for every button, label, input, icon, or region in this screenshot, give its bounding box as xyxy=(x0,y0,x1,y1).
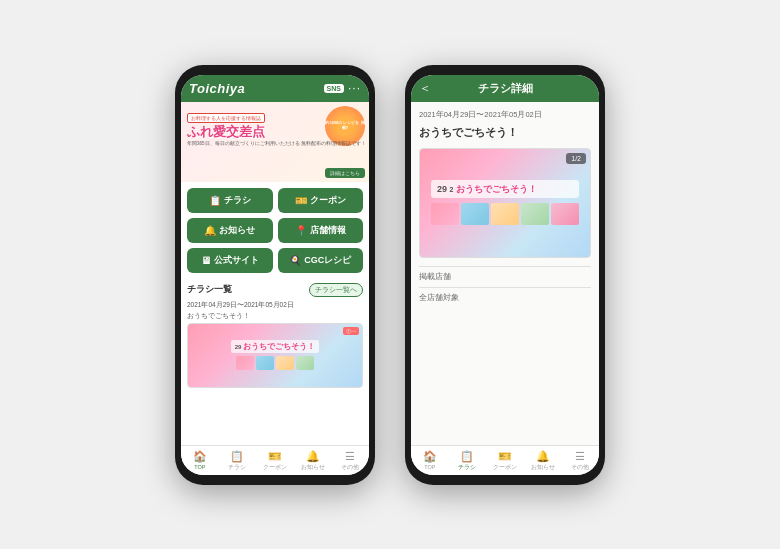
right-phone-shell: ＜ チラシ詳細 2021年04月29日〜2021年05月02日 おうちでごちそう… xyxy=(405,65,605,485)
detail-img-content: 29 2 おうちでごちそう！ xyxy=(431,180,579,225)
right-nav-notice-label: お知らせ xyxy=(531,464,555,471)
app-header: Toichiya SNS ··· xyxy=(181,75,369,102)
page-indicator: 1/2 xyxy=(566,153,586,164)
section-header: チラシ一覧 チラシ一覧へ xyxy=(187,283,363,297)
right-nav-other-label: その他 xyxy=(571,464,589,471)
nav-other-label: その他 xyxy=(341,464,359,471)
nav-notice-icon: 🔔 xyxy=(306,450,320,463)
right-chirashi-icon: 📋 xyxy=(460,450,474,463)
notice-label: お知らせ xyxy=(219,224,255,237)
right-phone: ＜ チラシ詳細 2021年04月29日〜2021年05月02日 おうちでごちそう… xyxy=(405,65,605,485)
chirashi-label: チラシ xyxy=(224,194,251,207)
left-phone: Toichiya SNS ··· お料理する人を応援する情報誌 ふれ愛交差点 年… xyxy=(175,65,375,485)
home-icon: 🏠 xyxy=(193,450,207,463)
banner-main-title: ふれ愛交差点 xyxy=(187,125,366,139)
nav-coupon[interactable]: 🎫 クーポン xyxy=(256,446,294,475)
right-nav-top[interactable]: 🏠 TOP xyxy=(411,446,449,475)
section-link[interactable]: チラシ一覧へ xyxy=(309,283,363,297)
chirashi-section: チラシ一覧 チラシ一覧へ 2021年04月29日〜2021年05月02日 おうち… xyxy=(181,279,369,445)
chirashi-title: おうちでごちそう！ xyxy=(187,312,363,321)
nav-chirashi-icon: 📋 xyxy=(230,450,244,463)
nav-coupon-icon: 🎫 xyxy=(268,450,282,463)
menu-recipe[interactable]: 🍳 CGCレシピ xyxy=(278,248,364,273)
left-bottom-nav: 🏠 TOP 📋 チラシ 🎫 クーポン 🔔 お知らせ ☰ その他 xyxy=(181,445,369,475)
thumb-content: 29 おうちでごちそう！ xyxy=(231,340,320,370)
thumb-title: 29 おうちでごちそう！ xyxy=(231,340,320,353)
detail-content: 2021年04月29日〜2021年05月02日 おうちでごちそう！ 29 2 お… xyxy=(411,102,599,445)
nav-notice-label: お知らせ xyxy=(301,464,325,471)
store-label: 店舗情報 xyxy=(310,224,346,237)
nav-top[interactable]: 🏠 TOP xyxy=(181,446,219,475)
back-button[interactable]: ＜ xyxy=(419,80,431,97)
chirashi-icon: 📋 xyxy=(209,195,221,206)
detail-img-title: 29 2 おうちでごちそう！ xyxy=(431,180,579,198)
website-icon: 🖥 xyxy=(201,255,211,266)
coupon-label: クーポン xyxy=(310,194,346,207)
detail-store-value: 全店舗対象 xyxy=(419,287,591,308)
detail-subtitle: おうちでごちそう！ xyxy=(419,125,591,140)
website-label: 公式サイト xyxy=(214,254,259,267)
right-phone-screen: ＜ チラシ詳細 2021年04月29日〜2021年05月02日 おうちでごちそう… xyxy=(411,75,599,475)
left-phone-screen: Toichiya SNS ··· お料理する人を応援する情報誌 ふれ愛交差点 年… xyxy=(181,75,369,475)
menu-store[interactable]: 📍 店舗情報 xyxy=(278,218,364,243)
banner-sub-text: お料理する人を応援する情報誌 xyxy=(187,113,265,123)
banner-description: 年間365日、毎日の献立づくりにご利用いただける 無料配布の料理情報誌です！ xyxy=(187,141,366,147)
right-bottom-nav: 🏠 TOP 📋 チラシ 🎫 クーポン 🔔 お知らせ ☰ その他 xyxy=(411,445,599,475)
thumb-badge: ①一 xyxy=(343,327,359,335)
detail-flyer-image[interactable]: 29 2 おうちでごちそう！ 1/2 xyxy=(419,148,591,258)
left-phone-shell: Toichiya SNS ··· お料理する人を応援する情報誌 ふれ愛交差点 年… xyxy=(175,65,375,485)
notice-icon: 🔔 xyxy=(204,225,216,236)
menu-notice[interactable]: 🔔 お知らせ xyxy=(187,218,273,243)
detail-page-title: チラシ詳細 xyxy=(478,81,533,96)
banner-area: お料理する人を応援する情報誌 ふれ愛交差点 年間365日、毎日の献立づくりにご利… xyxy=(181,102,369,182)
banner-detail-btn[interactable]: 詳細はこちら xyxy=(325,168,365,178)
menu-website[interactable]: 🖥 公式サイト xyxy=(187,248,273,273)
recipe-icon: 🍳 xyxy=(289,255,301,266)
right-chirashi-label: チラシ xyxy=(458,464,476,471)
right-notice-icon: 🔔 xyxy=(536,450,550,463)
detail-store-label: 掲載店舗 xyxy=(419,266,591,287)
nav-coupon-label: クーポン xyxy=(263,464,287,471)
right-other-icon: ☰ xyxy=(575,450,585,463)
right-nav-other[interactable]: ☰ その他 xyxy=(561,446,599,475)
nav-chirashi-label: チラシ xyxy=(228,464,246,471)
store-icon: 📍 xyxy=(295,225,307,236)
menu-grid: 📋 チラシ 🎫 クーポン 🔔 お知らせ 📍 店舗情報 🖥 公式サイ xyxy=(181,182,369,279)
nav-chirashi[interactable]: 📋 チラシ xyxy=(219,446,257,475)
right-nav-coupon-label: クーポン xyxy=(493,464,517,471)
nav-top-label: TOP xyxy=(194,464,205,470)
right-nav-chirashi[interactable]: 📋 チラシ xyxy=(449,446,487,475)
more-icon[interactable]: ··· xyxy=(348,81,361,95)
right-nav-top-label: TOP xyxy=(424,464,435,470)
section-title: チラシ一覧 xyxy=(187,283,232,296)
right-home-icon: 🏠 xyxy=(423,450,437,463)
banner-text-block: お料理する人を応援する情報誌 ふれ愛交差点 年間365日、毎日の献立づくりにご利… xyxy=(187,106,366,148)
menu-coupon[interactable]: 🎫 クーポン xyxy=(278,188,364,213)
app-logo: Toichiya xyxy=(189,81,245,96)
recipe-label: CGCレシピ xyxy=(304,254,351,267)
nav-other-icon: ☰ xyxy=(345,450,355,463)
chirashi-date: 2021年04月29日〜2021年05月02日 xyxy=(187,301,363,310)
nav-other[interactable]: ☰ その他 xyxy=(331,446,369,475)
menu-chirashi[interactable]: 📋 チラシ xyxy=(187,188,273,213)
right-coupon-icon: 🎫 xyxy=(498,450,512,463)
detail-header: ＜ チラシ詳細 xyxy=(411,75,599,102)
sns-badge: SNS xyxy=(324,84,344,93)
nav-notice[interactable]: 🔔 お知らせ xyxy=(294,446,332,475)
right-nav-notice[interactable]: 🔔 お知らせ xyxy=(524,446,562,475)
right-nav-coupon[interactable]: 🎫 クーポン xyxy=(486,446,524,475)
detail-date: 2021年04月29日〜2021年05月02日 xyxy=(419,110,591,120)
coupon-icon: 🎫 xyxy=(295,195,307,206)
header-right: SNS ··· xyxy=(324,81,361,95)
chirashi-thumbnail[interactable]: 29 おうちでごちそう！ ①一 xyxy=(187,323,363,388)
